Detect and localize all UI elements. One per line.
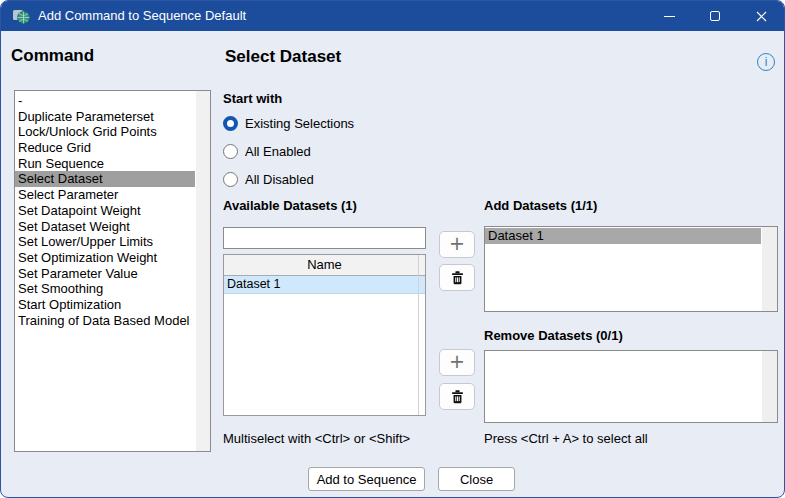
command-list-item[interactable]: Run Sequence bbox=[15, 156, 195, 172]
close-dialog-button[interactable]: Close bbox=[438, 467, 515, 491]
command-list-item[interactable]: Set Lower/Upper Limits bbox=[15, 234, 195, 250]
remove-datasets-list bbox=[484, 350, 778, 423]
close-button[interactable] bbox=[738, 1, 784, 31]
scrollbar-track[interactable] bbox=[196, 91, 210, 451]
add-datasets-list: Dataset 1 bbox=[484, 226, 778, 312]
radio-option[interactable]: All Disabled bbox=[223, 171, 354, 187]
multiselect-hint: Multiselect with <Ctrl> or <Shift> bbox=[223, 431, 410, 446]
title-bar: Add Command to Sequence Default bbox=[1, 1, 784, 31]
command-list-item[interactable]: Start Optimization bbox=[15, 297, 195, 313]
command-list-item[interactable]: Reduce Grid bbox=[15, 140, 195, 156]
add-datasets-item[interactable]: Dataset 1 bbox=[485, 228, 761, 244]
app-icon bbox=[12, 7, 30, 25]
command-list-item[interactable]: Training of Data Based Model bbox=[15, 313, 195, 329]
scrollbar-track[interactable] bbox=[762, 351, 777, 422]
minimize-button[interactable] bbox=[646, 1, 692, 31]
available-table-row[interactable]: Dataset 1 bbox=[224, 276, 425, 294]
radio-option[interactable]: Existing Selections bbox=[223, 115, 354, 131]
command-panel-heading: Command bbox=[11, 46, 94, 66]
plus-icon: + bbox=[449, 352, 465, 371]
scrollbar-track[interactable] bbox=[762, 227, 777, 311]
add-datasets-heading: Add Datasets (1/1) bbox=[484, 198, 597, 213]
command-list-item[interactable]: - bbox=[15, 93, 195, 109]
info-icon[interactable]: i bbox=[757, 53, 775, 71]
start-with-label: Start with bbox=[223, 91, 282, 106]
start-with-group: Existing SelectionsAll EnabledAll Disabl… bbox=[223, 115, 354, 199]
radio-icon bbox=[223, 144, 238, 159]
table-header-name[interactable]: Name bbox=[224, 255, 425, 276]
trash-icon bbox=[450, 389, 465, 405]
maximize-icon bbox=[710, 11, 720, 21]
detail-panel-heading: Select Dataset bbox=[225, 47, 341, 67]
close-icon bbox=[756, 11, 767, 22]
radio-label: All Enabled bbox=[245, 144, 311, 159]
window-controls bbox=[646, 1, 784, 31]
add-datasets-plus-button[interactable]: + bbox=[439, 231, 475, 258]
remove-datasets-trash-button[interactable] bbox=[439, 383, 475, 410]
available-datasets-table: Name Dataset 1 bbox=[223, 254, 426, 416]
command-list-item[interactable]: Set Dataset Weight bbox=[15, 219, 195, 235]
add-datasets-trash-button[interactable] bbox=[439, 264, 475, 291]
radio-icon bbox=[223, 116, 238, 131]
maximize-button[interactable] bbox=[692, 1, 738, 31]
available-table-body: Dataset 1 bbox=[224, 276, 425, 294]
radio-label: Existing Selections bbox=[245, 116, 354, 131]
command-list-item[interactable]: Set Datapoint Weight bbox=[15, 203, 195, 219]
radio-label: All Disabled bbox=[245, 172, 314, 187]
window-title: Add Command to Sequence Default bbox=[38, 1, 246, 31]
remove-datasets-plus-button[interactable]: + bbox=[439, 349, 475, 376]
add-to-sequence-button[interactable]: Add to Sequence bbox=[308, 467, 425, 491]
command-list-item[interactable]: Set Parameter Value bbox=[15, 266, 195, 282]
command-list: -Duplicate ParametersetLock/Unlock Grid … bbox=[14, 90, 211, 452]
dataset-filter-input[interactable] bbox=[223, 227, 426, 249]
minimize-icon bbox=[664, 16, 675, 17]
plus-icon: + bbox=[449, 234, 465, 253]
command-list-item[interactable]: Select Dataset bbox=[15, 171, 195, 187]
trash-icon bbox=[450, 270, 465, 286]
command-list-item[interactable]: Duplicate Parameterset bbox=[15, 109, 195, 125]
column-separator bbox=[418, 255, 419, 415]
available-datasets-heading: Available Datasets (1) bbox=[223, 198, 357, 213]
command-list-item[interactable]: Select Parameter bbox=[15, 187, 195, 203]
command-list-item[interactable]: Set Optimization Weight bbox=[15, 250, 195, 266]
command-list-item[interactable]: Lock/Unlock Grid Points bbox=[15, 124, 195, 140]
dialog-window: Add Command to Sequence Default Command … bbox=[0, 0, 785, 498]
radio-option[interactable]: All Enabled bbox=[223, 143, 354, 159]
radio-icon bbox=[223, 172, 238, 187]
remove-datasets-heading: Remove Datasets (0/1) bbox=[484, 328, 623, 343]
select-all-hint: Press <Ctrl + A> to select all bbox=[484, 431, 648, 446]
command-list-item[interactable]: Set Smoothing bbox=[15, 281, 195, 297]
